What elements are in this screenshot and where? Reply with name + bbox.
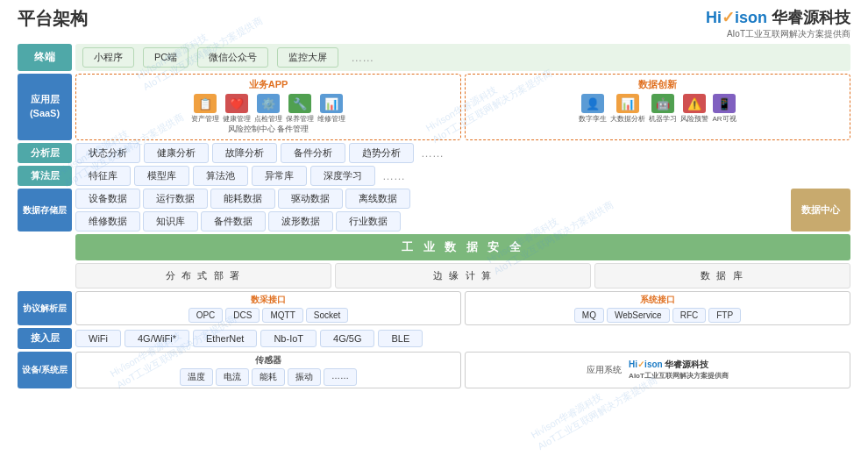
architecture-main: 终端 小程序 PC端 微信公众号 监控大屏 …… 应用层(SaaS) 业务APP… <box>0 44 868 388</box>
logo-check: ✓ <box>722 9 735 26</box>
repair-icon: 📊 <box>320 94 343 113</box>
data-tag: 驱动数据 <box>278 189 343 209</box>
data-innovation-block: 数据创新 👤 数字孪生 📊 大数据分析 🤖 机器学习 <box>465 74 850 140</box>
protocol-tag: DCS <box>225 308 260 323</box>
ar-label: AR可视 <box>712 114 736 124</box>
app-logo-check: ✓ <box>637 360 644 369</box>
analysis-tag: 趋势分析 <box>349 143 414 163</box>
access-tag: WiFi <box>75 330 121 347</box>
datastorage-content: 设备数据 运行数据 能耗数据 驱动数据 离线数据 维修数据 知识库 备件数据 波… <box>75 189 850 232</box>
protocol-tag: MQTT <box>262 308 302 323</box>
sensors-tags: 温度 电流 能耗 振动 …… <box>80 368 457 386</box>
app-logo-ison: ison <box>644 360 665 369</box>
terminal-item: 微信公众号 <box>197 47 268 68</box>
saas-row: 应用层(SaaS) 业务APP 📋 资产管理 ❤️ 健康管理 ⚙️ 点检 <box>18 74 850 140</box>
sensors-title: 传感器 <box>80 354 457 367</box>
saas-icon-item: ⚠️ 风险预警 <box>680 94 708 124</box>
protocol-tag: RFC <box>672 308 707 323</box>
protocol-tag: Socket <box>306 308 349 323</box>
data-interface-title: 数采接口 <box>80 294 457 306</box>
safety-bar: 工 业 数 据 安 全 <box>75 234 850 260</box>
ar-icon: 📱 <box>713 94 736 113</box>
logo-subtitle: AIoT工业互联网解决方案提供商 <box>706 28 850 40</box>
saas-icon-item: 📋 资产管理 <box>191 94 219 124</box>
access-tag: 4G/WiFi* <box>125 330 189 347</box>
health-icon: ❤️ <box>225 94 248 113</box>
appsystems-title: 应用系统 <box>587 364 622 376</box>
saas-icon-item: 📊 维修管理 <box>317 94 345 124</box>
protocol-tag: OPC <box>189 308 224 323</box>
data-tag: 能耗数据 <box>210 189 275 209</box>
terminal-item: 监控大屏 <box>277 47 338 68</box>
algorithm-tag: 特征库 <box>75 166 131 186</box>
logo-company: 华睿源科技 <box>772 9 850 26</box>
app-logo: Hi✓ison 华睿源科技 AIoT工业互联网解决方案提供商 <box>629 359 729 381</box>
access-tag: Nb-IoT <box>260 330 317 347</box>
data-tag: 运行数据 <box>143 189 208 209</box>
system-interface-tags: MQ WebService RFC FTP <box>469 308 846 323</box>
algorithm-content: 特征库 模型库 算法池 异常库 深度学习 …… <box>75 166 850 186</box>
data-tag: 波形数据 <box>268 211 333 232</box>
terminal-label: 终端 <box>18 44 72 71</box>
business-app-block: 业务APP 📋 资产管理 ❤️ 健康管理 ⚙️ 点检管理 <box>75 74 461 140</box>
logo-hi: Hi <box>706 9 722 26</box>
datastorage-row1: 设备数据 运行数据 能耗数据 驱动数据 离线数据 <box>75 189 787 209</box>
risk-icon: ⚠️ <box>683 94 706 113</box>
saas-icon-item: 📱 AR可视 <box>712 94 736 124</box>
page-header: 平台架构 Hi✓ison 华睿源科技 AIoT工业互联网解决方案提供商 <box>0 0 868 44</box>
data-innovation-title: 数据创新 <box>473 78 843 91</box>
repair-label: 维修管理 <box>317 114 345 124</box>
access-tag: 4G/5G <box>320 330 374 347</box>
saas-icon-item: 🤖 机器学习 <box>649 94 677 124</box>
protocol-label: 协议解析层 <box>18 291 72 325</box>
saas-icon-item: 🔧 保养管理 <box>286 94 314 124</box>
sensor-tag: 能耗 <box>252 368 285 386</box>
bigdata-label: 大数据分析 <box>610 114 645 124</box>
distributed-spacer <box>18 263 75 288</box>
sensors-group: 传感器 温度 电流 能耗 振动 …… <box>75 352 461 388</box>
algorithm-tag: 模型库 <box>134 166 189 186</box>
analysis-label: 分析层 <box>18 143 72 163</box>
terminal-content: 小程序 PC端 微信公众号 监控大屏 …… <box>75 44 850 71</box>
terminal-item: 小程序 <box>82 47 134 68</box>
data-icons: 👤 数字孪生 📊 大数据分析 🤖 机器学习 ⚠️ 风险预警 <box>473 94 843 124</box>
safety-row: 工 业 数 据 安 全 <box>18 234 850 260</box>
algorithm-tag: 异常库 <box>252 166 307 186</box>
bigdata-icon: 📊 <box>616 94 639 113</box>
protocol-row: 协议解析层 数采接口 OPC DCS MQTT Socket 系统接口 MQ W… <box>18 291 850 325</box>
check-icon: ⚙️ <box>257 94 280 113</box>
analysis-tag: 状态分析 <box>75 143 140 163</box>
appsystems-group: 应用系统 Hi✓ison 华睿源科技 AIoT工业互联网解决方案提供商 <box>465 352 850 388</box>
saas-extra-labels: 风险控制中心 备件管理 <box>83 124 453 136</box>
access-label: 接入层 <box>18 328 72 348</box>
analysis-tag: 故障分析 <box>212 143 277 163</box>
dist-item: 分 布 式 部 署 <box>75 263 331 288</box>
app-logo-hi: Hi <box>629 360 637 369</box>
data-tag: 行业数据 <box>336 211 401 232</box>
analysis-ellipsis: …… <box>417 146 447 160</box>
business-app-title: 业务APP <box>83 78 453 91</box>
protocol-content: 数采接口 OPC DCS MQTT Socket 系统接口 MQ WebServ… <box>75 291 850 325</box>
ml-label: 机器学习 <box>649 114 677 124</box>
access-content: WiFi 4G/WiFi* EtherNet Nb-IoT 4G/5G BLE <box>75 328 850 348</box>
business-icons: 📋 资产管理 ❤️ 健康管理 ⚙️ 点检管理 🔧 保养管理 <box>83 94 453 124</box>
data-tag: 设备数据 <box>75 189 140 209</box>
data-interface-tags: OPC DCS MQTT Socket <box>80 308 457 323</box>
asset-icon: 📋 <box>194 94 217 113</box>
maintain-label: 保养管理 <box>286 114 314 124</box>
data-tag: 备件数据 <box>201 211 266 232</box>
asset-label: 资产管理 <box>191 114 219 124</box>
algorithm-ellipsis: …… <box>379 169 409 182</box>
device-content: 传感器 温度 电流 能耗 振动 …… 应用系统 Hi✓ison 华睿源科技 AI… <box>75 352 850 388</box>
datastorage-label: 数据存储层 <box>18 189 72 232</box>
protocol-tag: MQ <box>574 308 604 323</box>
sensor-tag: 温度 <box>180 368 213 386</box>
algorithm-tag: 算法池 <box>193 166 248 186</box>
app-logo-sub: AIoT工业互联网解决方案提供商 <box>629 371 729 381</box>
algorithm-row: 算法层 特征库 模型库 算法池 异常库 深度学习 …… <box>18 166 850 186</box>
datacenter-label: 数据中心 <box>791 189 850 232</box>
data-tag: 维修数据 <box>75 211 140 232</box>
terminal-items: 小程序 PC端 微信公众号 监控大屏 …… <box>82 47 377 68</box>
datastorage-row: 数据存储层 设备数据 运行数据 能耗数据 驱动数据 离线数据 维修数据 知识库 … <box>18 189 850 232</box>
analysis-tag: 备件分析 <box>281 143 345 163</box>
